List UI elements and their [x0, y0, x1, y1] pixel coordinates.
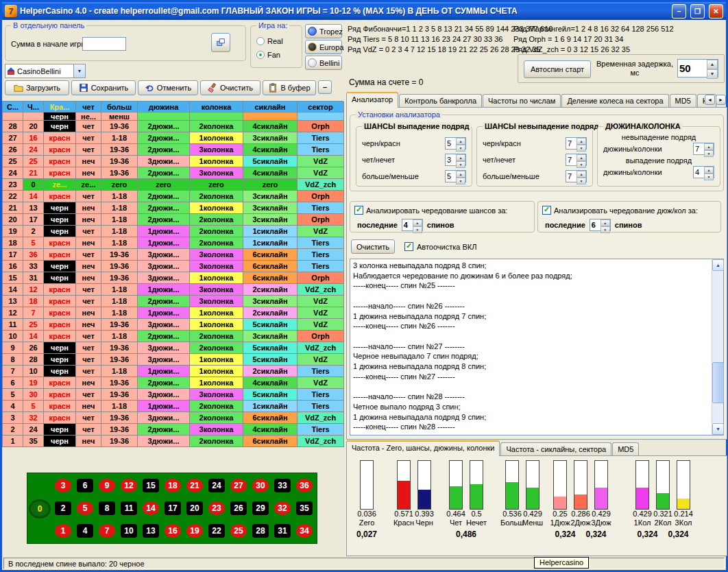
board-number-2[interactable]: 2 [55, 501, 71, 515]
casino-button-tropez[interactable]: Tropez [305, 24, 342, 38]
autoclear-checkbox[interactable] [404, 242, 413, 251]
spinner-down-icon[interactable]: ▼ [577, 178, 586, 184]
board-number-27[interactable]: 27 [230, 479, 247, 492]
spinner-up-icon[interactable]: ▲ [456, 138, 465, 145]
board-number-14[interactable]: 14 [143, 501, 159, 515]
board-number-5[interactable]: 5 [77, 501, 93, 515]
scroll-thumb[interactable] [712, 362, 724, 403]
board-number-29[interactable]: 29 [252, 501, 269, 515]
maximize-button[interactable]: ❐ [690, 4, 705, 19]
autospin-start-button[interactable]: Автоспин старт [524, 60, 591, 78]
board-number-8[interactable]: 8 [99, 501, 115, 515]
main-tab-0[interactable]: Анализатор [346, 92, 398, 108]
spinner[interactable]: 4▲▼ [402, 219, 423, 231]
clear-button[interactable]: Очистить [200, 80, 260, 95]
spinner-up-icon[interactable]: ▲ [600, 219, 610, 226]
taskbar-item[interactable]: Helpercasino [534, 557, 589, 569]
freq-tab-0[interactable]: Частота - Zero, шансы, дюжины, колонки [346, 440, 500, 456]
spinner-up-icon[interactable]: ▲ [456, 154, 465, 161]
casino-select[interactable]: CasinoBellini ▼ [5, 64, 86, 78]
spinner-down-icon[interactable]: ▼ [704, 150, 714, 157]
board-number-7[interactable]: 7 [99, 524, 115, 538]
board-number-16[interactable]: 16 [165, 524, 181, 538]
spinner-down-icon[interactable]: ▼ [577, 145, 586, 152]
clear-log-button[interactable]: Очистить [351, 239, 395, 254]
tab-scroll-right-icon[interactable]: ► [716, 95, 726, 105]
board-number-35[interactable]: 35 [296, 501, 313, 515]
board-number-9[interactable]: 9 [99, 479, 115, 492]
spinner-up-icon[interactable]: ▲ [577, 138, 586, 145]
spinner[interactable]: 7▲▼ [566, 170, 587, 182]
board-number-0[interactable]: 0 [31, 501, 49, 516]
board-number-3[interactable]: 3 [55, 479, 71, 492]
board-number-18[interactable]: 18 [165, 479, 181, 492]
board-number-22[interactable]: 22 [208, 524, 225, 538]
freq-tab-2[interactable]: MD5 [612, 442, 639, 456]
board-number-21[interactable]: 21 [186, 479, 203, 492]
board-number-30[interactable]: 30 [252, 479, 269, 492]
board-number-25[interactable]: 25 [230, 524, 247, 538]
alt-chances-checkbox[interactable] [354, 206, 363, 215]
spinner[interactable]: 3▲▼ [445, 154, 466, 166]
board-number-23[interactable]: 23 [208, 501, 225, 515]
board-number-34[interactable]: 34 [296, 524, 313, 538]
board-number-36[interactable]: 36 [296, 479, 313, 492]
spinner[interactable]: 7▲▼ [693, 143, 714, 155]
board-number-1[interactable]: 1 [55, 524, 71, 538]
freq-tab-1[interactable]: Частота - сиклайны, сектора [500, 442, 611, 456]
spinner[interactable]: 7▲▼ [566, 154, 587, 166]
spinner-up-icon[interactable]: ▲ [456, 171, 465, 178]
board-number-6[interactable]: 6 [77, 479, 93, 492]
board-number-32[interactable]: 32 [274, 501, 291, 515]
detach-panel-button[interactable] [211, 33, 230, 52]
alt-dozcol-checkbox[interactable] [542, 206, 551, 215]
main-tab-1[interactable]: Контроль банкролла [399, 94, 482, 108]
main-tab-2[interactable]: Частоты по числам [483, 94, 561, 108]
board-number-20[interactable]: 20 [186, 501, 203, 515]
spinner-up-icon[interactable]: ▲ [704, 143, 714, 150]
casino-button-europa[interactable]: Europa [305, 40, 342, 54]
spinner-up-icon[interactable]: ▲ [577, 154, 586, 161]
spinner-down-icon[interactable]: ▼ [577, 161, 586, 168]
close-button[interactable]: ✕ [709, 4, 723, 19]
board-number-19[interactable]: 19 [186, 524, 203, 538]
chevron-down-icon[interactable]: ▼ [73, 64, 85, 78]
board-number-15[interactable]: 15 [143, 479, 159, 492]
spinner-down-icon[interactable]: ▼ [707, 69, 718, 79]
spinner-down-icon[interactable]: ▼ [456, 145, 465, 152]
spinner-up-icon[interactable]: ▲ [704, 167, 714, 174]
spinner[interactable]: 5▲▼ [445, 137, 466, 150]
board-number-17[interactable]: 17 [165, 501, 181, 515]
start-sum-input[interactable] [82, 37, 126, 51]
delay-spinner[interactable]: 50 ▲ ▼ [677, 59, 718, 78]
casino-button-bellini[interactable]: Bellini [305, 56, 342, 70]
radio-fan[interactable] [256, 51, 265, 59]
board-number-26[interactable]: 26 [230, 501, 247, 515]
board-number-31[interactable]: 31 [274, 524, 291, 538]
buffer-button[interactable]: В буфер [263, 80, 316, 95]
scroll-down-icon[interactable]: ▼ [712, 423, 724, 435]
spinner-down-icon[interactable]: ▼ [456, 161, 465, 168]
undo-button[interactable]: Отменить [138, 80, 198, 95]
collapse-button[interactable]: – [318, 80, 332, 94]
board-number-33[interactable]: 33 [274, 479, 291, 492]
spinner-up-icon[interactable]: ▲ [413, 219, 422, 226]
board-number-12[interactable]: 12 [121, 479, 137, 492]
minimize-button[interactable]: – [672, 4, 686, 19]
main-tab-4[interactable]: MD5 [670, 94, 696, 108]
spinner-up-icon[interactable]: ▲ [577, 171, 586, 178]
board-number-11[interactable]: 11 [121, 501, 137, 515]
log-scrollbar[interactable]: ▲ ▼ [712, 259, 723, 435]
save-button[interactable]: Сохранить [71, 80, 136, 95]
spinner-down-icon[interactable]: ▼ [704, 174, 714, 180]
spinner[interactable]: 5▲▼ [445, 170, 466, 182]
board-number-24[interactable]: 24 [208, 479, 225, 492]
spinner-down-icon[interactable]: ▼ [600, 226, 610, 233]
board-number-10[interactable]: 10 [121, 524, 137, 538]
board-number-28[interactable]: 28 [252, 524, 269, 538]
scroll-up-icon[interactable]: ▲ [712, 259, 724, 271]
spinner-down-icon[interactable]: ▼ [456, 178, 465, 184]
spinner[interactable]: 4▲▼ [693, 166, 714, 178]
spinner-up-icon[interactable]: ▲ [707, 60, 718, 69]
spinner[interactable]: 7▲▼ [566, 137, 587, 150]
